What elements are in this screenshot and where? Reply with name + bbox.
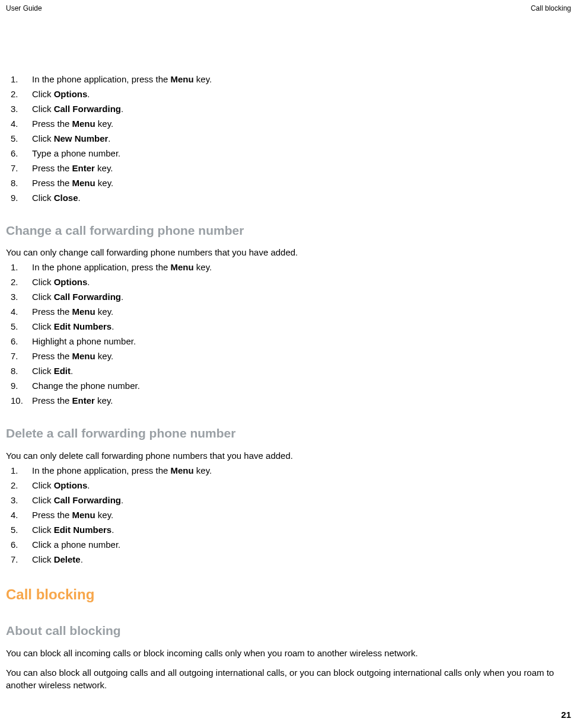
step-text: Click bbox=[32, 495, 54, 505]
step-bold: Menu bbox=[72, 119, 95, 129]
list-item: Change the phone number. bbox=[6, 379, 571, 392]
step-text: . bbox=[108, 133, 110, 143]
list-item: Press the Menu key. bbox=[6, 177, 571, 189]
step-bold: Menu bbox=[171, 465, 194, 475]
step-text: key. bbox=[194, 262, 212, 272]
list-item: Click Edit. bbox=[6, 365, 571, 377]
steps-list-2: In the phone application, press the Menu… bbox=[6, 261, 571, 407]
step-text: Click bbox=[32, 321, 54, 331]
step-bold: Options bbox=[54, 89, 88, 99]
step-bold: Menu bbox=[171, 74, 194, 84]
heading-about-call-blocking: About call blocking bbox=[6, 622, 571, 639]
step-bold: Call Forwarding bbox=[54, 292, 121, 302]
step-bold: Menu bbox=[171, 262, 194, 272]
step-text: key. bbox=[194, 74, 212, 84]
page-content: In the phone application, press the Menu… bbox=[0, 14, 577, 691]
step-text: . bbox=[111, 525, 114, 535]
step-text: Click a phone number. bbox=[32, 539, 120, 550]
step-text: Press the bbox=[32, 119, 72, 129]
list-item: Click Call Forwarding. bbox=[6, 494, 571, 506]
step-bold: New Number bbox=[54, 133, 109, 143]
step-bold: Options bbox=[54, 480, 88, 490]
heading-delete-number: Delete a call forwarding phone number bbox=[6, 424, 571, 442]
step-bold: Edit bbox=[54, 366, 71, 376]
step-bold: Options bbox=[54, 277, 88, 287]
step-text: Click bbox=[32, 292, 54, 302]
list-item: Press the Menu key. bbox=[6, 350, 571, 362]
step-text: Click bbox=[32, 554, 54, 564]
list-item: Click Call Forwarding. bbox=[6, 290, 571, 303]
step-text: Change the phone number. bbox=[32, 381, 140, 391]
step-text: In the phone application, press the bbox=[32, 74, 171, 84]
step-text: . bbox=[81, 554, 83, 564]
step-text: In the phone application, press the bbox=[32, 465, 171, 475]
step-bold: Enter bbox=[72, 395, 95, 405]
step-text: key. bbox=[194, 465, 212, 475]
step-bold: Call Forwarding bbox=[54, 104, 121, 114]
step-text: Click bbox=[32, 277, 54, 287]
step-bold: Edit Numbers bbox=[54, 321, 112, 331]
list-item: Type a phone number. bbox=[6, 147, 571, 159]
step-text: Click bbox=[32, 480, 54, 490]
step-text: Press the bbox=[32, 178, 72, 188]
list-item: Click Edit Numbers. bbox=[6, 320, 571, 333]
list-item: Click Call Forwarding. bbox=[6, 103, 571, 115]
step-text: Click bbox=[32, 525, 54, 535]
list-item: Click Edit Numbers. bbox=[6, 523, 571, 536]
step-text: key. bbox=[95, 119, 114, 129]
list-item: In the phone application, press the Menu… bbox=[6, 261, 571, 273]
step-bold: Delete bbox=[54, 554, 81, 564]
step-bold: Close bbox=[54, 193, 78, 203]
step-bold: Menu bbox=[72, 306, 95, 317]
list-item: Click Delete. bbox=[6, 553, 571, 566]
step-text: Click bbox=[32, 193, 54, 203]
step-text: Press the bbox=[32, 351, 72, 361]
page-number: 21 bbox=[561, 708, 571, 721]
about-para-2: You can also block all outgoing calls an… bbox=[6, 666, 571, 691]
step-bold: Menu bbox=[72, 351, 95, 361]
step-text: key. bbox=[95, 163, 113, 173]
list-item: In the phone application, press the Menu… bbox=[6, 73, 571, 85]
step-text: . bbox=[121, 292, 123, 302]
heading-change-number: Change a call forwarding phone number bbox=[6, 222, 571, 239]
step-text: Click bbox=[32, 133, 54, 143]
intro-change-number: You can only change call forwarding phon… bbox=[6, 246, 571, 258]
list-item: Click Options. bbox=[6, 479, 571, 491]
list-item: Click a phone number. bbox=[6, 538, 571, 551]
step-bold: Menu bbox=[72, 510, 95, 520]
list-item: Press the Menu key. bbox=[6, 117, 571, 130]
list-item: Highlight a phone number. bbox=[6, 335, 571, 347]
list-item: Click New Number. bbox=[6, 132, 571, 145]
step-text: key. bbox=[95, 306, 114, 317]
header-left: User Guide bbox=[6, 4, 42, 14]
step-text: Click bbox=[32, 89, 54, 99]
list-item: Press the Enter key. bbox=[6, 394, 571, 407]
step-text: key. bbox=[95, 178, 114, 188]
step-bold: Call Forwarding bbox=[54, 495, 121, 505]
list-item: Click Options. bbox=[6, 276, 571, 288]
step-text: Type a phone number. bbox=[32, 148, 120, 158]
step-text: Highlight a phone number. bbox=[32, 336, 136, 346]
list-item: Click Options. bbox=[6, 88, 571, 100]
list-item: Click Close. bbox=[6, 191, 571, 204]
step-text: Press the bbox=[32, 510, 72, 520]
step-bold: Menu bbox=[72, 178, 95, 188]
step-text: . bbox=[87, 277, 90, 287]
step-text: Press the bbox=[32, 306, 72, 317]
step-text: Click bbox=[32, 366, 54, 376]
step-bold: Enter bbox=[72, 163, 95, 173]
step-text: . bbox=[71, 366, 73, 376]
step-text: . bbox=[111, 321, 114, 331]
steps-list-1: In the phone application, press the Menu… bbox=[6, 73, 571, 204]
step-text: key. bbox=[95, 351, 114, 361]
list-item: Press the Enter key. bbox=[6, 162, 571, 174]
step-text: In the phone application, press the bbox=[32, 262, 171, 272]
list-item: In the phone application, press the Menu… bbox=[6, 464, 571, 477]
step-text: . bbox=[87, 89, 90, 99]
header-right: Call blocking bbox=[531, 4, 571, 14]
steps-list-3: In the phone application, press the Menu… bbox=[6, 464, 571, 566]
step-text: . bbox=[121, 495, 123, 505]
step-text: . bbox=[121, 104, 123, 114]
step-text: Press the bbox=[32, 163, 72, 173]
heading-call-blocking: Call blocking bbox=[6, 585, 571, 605]
